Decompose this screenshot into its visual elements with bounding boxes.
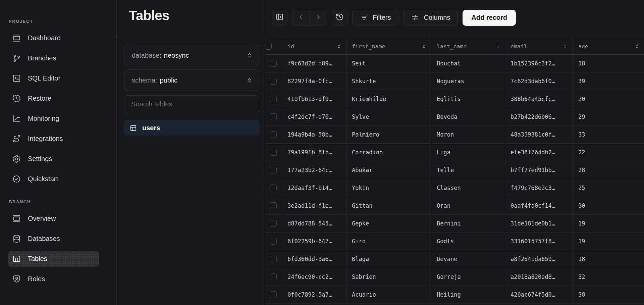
cell-first-name[interactable]: Kriemhilde [346, 90, 431, 108]
schema-select[interactable]: schema: public [124, 69, 259, 91]
cell-id[interactable]: 0f0c7892-5a7… [282, 286, 346, 303]
cell-id[interactable]: 194a9b4a-58b… [282, 126, 346, 143]
column-header-email[interactable]: email [505, 38, 573, 54]
row-checkbox[interactable] [270, 131, 277, 138]
cell-first-name[interactable]: Palmiero [346, 126, 431, 143]
cell-email[interactable]: 426ac674f5d0… [505, 286, 573, 303]
cell-first-name[interactable]: Shkurte [346, 72, 431, 90]
cell-first-name[interactable]: Gepke [346, 215, 431, 232]
cell-email[interactable]: efe38f764db2… [505, 144, 573, 161]
cell-first-name[interactable]: Blaga [346, 250, 431, 268]
sidebar-item-databases[interactable]: Databases [8, 231, 99, 247]
next-page-button[interactable] [310, 10, 327, 25]
row-checkbox[interactable] [270, 113, 277, 120]
sidebar-item-quickstart[interactable]: Quickstart [8, 171, 99, 187]
history-button[interactable] [332, 10, 347, 26]
cell-email[interactable]: 388b64a45cfc… [505, 90, 573, 108]
cell-id[interactable]: 24f6ac90-cc2… [282, 268, 346, 286]
cell-email[interactable]: 0aaf4fa0cf14… [505, 197, 573, 214]
sidebar-item-sql-editor[interactable]: SQL Editor [8, 70, 99, 87]
column-header-id[interactable]: id [282, 38, 346, 54]
cell-id[interactable]: 79a1991b-8fb… [282, 144, 346, 161]
row-checkbox[interactable] [270, 202, 277, 209]
row-checkbox[interactable] [270, 220, 277, 227]
cell-email[interactable]: 1b152396c3f2… [505, 55, 573, 72]
cell-last-name[interactable]: Bouchat [431, 55, 505, 72]
sidebar-item-roles[interactable]: Roles [8, 271, 99, 287]
cell-email[interactable]: 3316015757f8… [505, 233, 573, 250]
cell-age[interactable]: 39 [573, 72, 644, 90]
cell-age[interactable]: 20 [573, 90, 644, 108]
cell-last-name[interactable]: Moron [431, 126, 505, 143]
row-checkbox[interactable] [270, 256, 277, 262]
sidebar-item-overview[interactable]: Overview [8, 210, 99, 227]
row-checkbox[interactable] [270, 149, 277, 156]
sidebar-item-settings[interactable]: Settings [8, 151, 99, 167]
cell-email[interactable]: f479c768e2c3… [505, 179, 573, 197]
cell-first-name[interactable]: Corradino [346, 144, 431, 161]
row-checkbox[interactable] [270, 273, 277, 280]
cell-email[interactable]: 7c62d3dab6f0… [505, 72, 573, 90]
cell-last-name[interactable]: Bernini [431, 215, 505, 232]
cell-id[interactable]: 3e2ad11d-f1e… [282, 197, 346, 214]
cell-id[interactable]: 82297f4a-0fc… [282, 72, 346, 90]
database-select[interactable]: database: neosync [124, 45, 259, 66]
select-all-checkbox[interactable] [265, 43, 272, 50]
cell-age[interactable]: 25 [573, 179, 644, 197]
search-tables-input[interactable] [124, 95, 259, 113]
cell-age[interactable]: 32 [573, 268, 644, 286]
cell-age[interactable]: 29 [573, 108, 644, 125]
cell-first-name[interactable]: Acuario [346, 286, 431, 303]
row-checkbox[interactable] [270, 185, 277, 191]
cell-age[interactable]: 18 [573, 250, 644, 268]
sidebar-item-integrations[interactable]: Integrations [8, 131, 99, 147]
collapse-panel-button[interactable] [272, 10, 287, 26]
cell-first-name[interactable]: Gittan [346, 197, 431, 214]
add-record-button[interactable]: Add record [463, 10, 516, 26]
cell-email[interactable]: 48a339381c0f… [505, 126, 573, 143]
cell-last-name[interactable]: Godts [431, 233, 505, 250]
cell-last-name[interactable]: Heiling [431, 286, 505, 303]
cell-last-name[interactable]: Gorreja [431, 268, 505, 286]
sidebar-item-monitoring[interactable]: Monitoring [8, 110, 99, 127]
cell-age[interactable]: 19 [573, 215, 644, 232]
cell-first-name[interactable]: Seit [346, 55, 431, 72]
previous-page-button[interactable] [292, 10, 310, 25]
table-list-item-users[interactable]: users [124, 120, 259, 136]
cell-last-name[interactable]: Classen [431, 179, 505, 197]
column-header-last-name[interactable]: last_name [431, 38, 505, 54]
cell-first-name[interactable]: Giro [346, 233, 431, 250]
cell-id[interactable]: d87dd788-545… [282, 215, 346, 232]
cell-id[interactable]: 177a23b2-64c… [282, 161, 346, 179]
cell-first-name[interactable]: Sylve [346, 108, 431, 125]
row-checkbox[interactable] [270, 60, 277, 67]
cell-id[interactable]: 6fd360dd-3a6… [282, 250, 346, 268]
cell-id[interactable]: c4f2dc7f-d70… [282, 108, 346, 125]
cell-first-name[interactable]: Abukar [346, 161, 431, 179]
sidebar-item-dashboard[interactable]: Dashboard [8, 30, 99, 46]
cell-email[interactable]: a8f2841da659… [505, 250, 573, 268]
cell-email[interactable]: b27b422d6b06… [505, 108, 573, 125]
cell-age[interactable]: 19 [573, 233, 644, 250]
cell-last-name[interactable]: Devane [431, 250, 505, 268]
cell-last-name[interactable]: Liga [431, 144, 505, 161]
cell-last-name[interactable]: Oran [431, 197, 505, 214]
cell-email[interactable]: b7ff77ed91bb… [505, 161, 573, 179]
cell-first-name[interactable]: Yokin [346, 179, 431, 197]
cell-last-name[interactable]: Eglitis [431, 90, 505, 108]
cell-age[interactable]: 33 [573, 126, 644, 143]
row-checkbox[interactable] [270, 167, 277, 173]
columns-button[interactable]: Columns [403, 10, 458, 26]
cell-first-name[interactable]: Sabrien [346, 268, 431, 286]
column-header-first-name[interactable]: first_name [346, 38, 431, 54]
row-checkbox[interactable] [270, 238, 277, 245]
cell-email[interactable]: 31de181de0b1… [505, 215, 573, 232]
row-checkbox[interactable] [270, 78, 277, 85]
cell-age[interactable]: 38 [573, 286, 644, 303]
cell-email[interactable]: a2018a820ed8… [505, 268, 573, 286]
cell-id[interactable]: 419fb613-df9… [282, 90, 346, 108]
cell-id[interactable]: f9c63d2d-f89… [282, 55, 346, 72]
column-header-age[interactable]: age [573, 38, 644, 54]
cell-age[interactable]: 18 [573, 55, 644, 72]
cell-last-name[interactable]: Boveda [431, 108, 505, 125]
